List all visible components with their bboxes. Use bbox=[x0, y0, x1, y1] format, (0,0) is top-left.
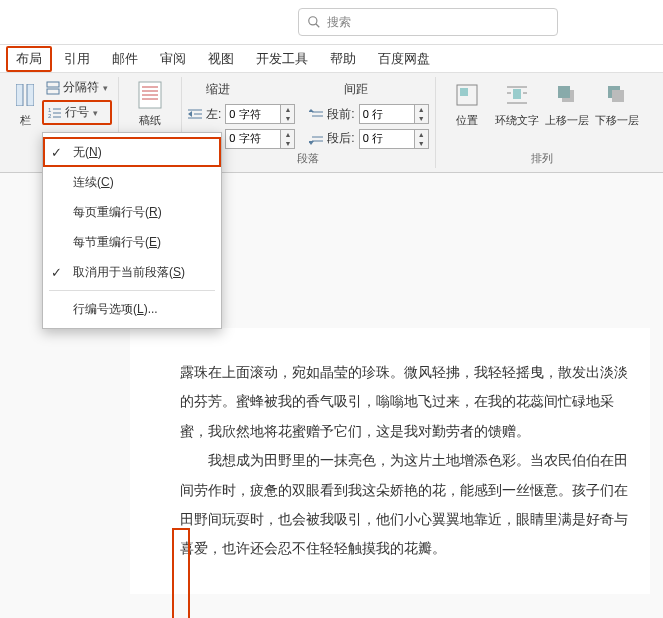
svg-marker-19 bbox=[188, 111, 192, 117]
dropdown-item-label: 取消用于当前段落(S) bbox=[73, 264, 185, 281]
search-icon bbox=[307, 15, 321, 29]
tab-layout[interactable]: 布局 bbox=[6, 46, 52, 72]
wrap-text-button[interactable]: 环绕文字 bbox=[492, 77, 542, 132]
dropdown-item-label: 行编号选项(L)... bbox=[73, 301, 158, 318]
spacing-after-input[interactable] bbox=[359, 129, 415, 149]
dropdown-separator bbox=[49, 290, 215, 291]
draft-paper-button[interactable]: 稿纸 bbox=[125, 77, 175, 132]
position-icon bbox=[453, 81, 481, 109]
dropdown-item-s[interactable]: ✓取消用于当前段落(S) bbox=[43, 257, 221, 287]
spacing-after-label: 段后: bbox=[327, 130, 354, 147]
spacing-before-icon bbox=[309, 108, 323, 120]
svg-text:2: 2 bbox=[48, 113, 52, 119]
svg-rect-31 bbox=[460, 88, 468, 96]
forward-label: 上移一层 bbox=[545, 113, 589, 128]
arrange-group-label: 排列 bbox=[442, 151, 642, 168]
spacing-after-icon bbox=[309, 133, 323, 145]
line-numbers-icon: 12 bbox=[48, 106, 62, 120]
dropdown-item-label: 每页重编行号(R) bbox=[73, 204, 162, 221]
line-numbers-label: 行号 bbox=[65, 104, 89, 121]
columns-button[interactable]: 栏 bbox=[12, 77, 38, 132]
indent-left-label: 左: bbox=[206, 106, 221, 123]
position-label: 位置 bbox=[456, 113, 478, 128]
spacing-header: 间距 bbox=[326, 81, 386, 98]
dropdown-item-label: 无(N) bbox=[73, 144, 102, 161]
spinner-buttons[interactable]: ▲▼ bbox=[415, 104, 429, 124]
spacing-before-label: 段前: bbox=[327, 106, 354, 123]
chevron-down-icon: ▾ bbox=[103, 83, 108, 93]
svg-rect-4 bbox=[47, 82, 59, 87]
search-box[interactable]: 搜索 bbox=[298, 8, 558, 36]
svg-rect-3 bbox=[27, 84, 34, 106]
send-backward-icon bbox=[603, 81, 631, 109]
indent-left-spinner[interactable]: ▲▼ bbox=[225, 104, 295, 124]
svg-rect-5 bbox=[47, 89, 59, 94]
spacing-after-spinner[interactable]: ▲▼ bbox=[359, 129, 429, 149]
paragraph-group-label: 段落 bbox=[188, 151, 429, 168]
svg-line-1 bbox=[316, 24, 320, 28]
breaks-icon bbox=[46, 81, 60, 95]
breaks-button[interactable]: 分隔符 ▾ bbox=[42, 77, 112, 98]
spacing-before-input[interactable] bbox=[359, 104, 415, 124]
tab-help[interactable]: 帮助 bbox=[320, 46, 366, 72]
svg-rect-38 bbox=[558, 86, 570, 98]
dropdown-item-label: 连续(C) bbox=[73, 174, 114, 191]
tab-view[interactable]: 视图 bbox=[198, 46, 244, 72]
check-icon: ✓ bbox=[51, 145, 62, 160]
spacing-before-spinner[interactable]: ▲▼ bbox=[359, 104, 429, 124]
title-bar: 搜索 bbox=[0, 0, 663, 45]
position-button[interactable]: 位置 bbox=[442, 77, 492, 132]
document-text: 露珠在上面滚动，宛如晶莹的珍珠。微风轻拂，我轻轻摇曳，散发出淡淡的芬芳。蜜蜂被我… bbox=[180, 358, 630, 564]
ribbon-group-arrange: 位置 环绕文字 上移一层 下移一层 排列 bbox=[436, 77, 648, 168]
spinner-buttons[interactable]: ▲▼ bbox=[281, 129, 295, 149]
svg-rect-2 bbox=[16, 84, 23, 106]
spinner-buttons[interactable]: ▲▼ bbox=[281, 104, 295, 124]
dropdown-item-label: 每节重编行号(E) bbox=[73, 234, 161, 251]
line-numbers-button[interactable]: 12 行号 ▾ bbox=[42, 100, 112, 125]
svg-point-0 bbox=[309, 17, 317, 25]
draft-paper-icon bbox=[136, 81, 164, 109]
tab-mailings[interactable]: 邮件 bbox=[102, 46, 148, 72]
tab-developer[interactable]: 开发工具 bbox=[246, 46, 318, 72]
dropdown-item-n[interactable]: ✓无(N) bbox=[43, 137, 221, 167]
svg-marker-22 bbox=[309, 109, 314, 112]
tab-review[interactable]: 审阅 bbox=[150, 46, 196, 72]
line-numbers-dropdown: ✓无(N)连续(C)每页重编行号(R)每节重编行号(E)✓取消用于当前段落(S)… bbox=[42, 132, 222, 329]
send-backward-button[interactable]: 下移一层 bbox=[592, 77, 642, 132]
check-icon: ✓ bbox=[51, 265, 62, 280]
tab-references[interactable]: 引用 bbox=[54, 46, 100, 72]
dropdown-item-c[interactable]: 连续(C) bbox=[43, 167, 221, 197]
dropdown-item-r[interactable]: 每页重编行号(R) bbox=[43, 197, 221, 227]
draft-label: 稿纸 bbox=[139, 113, 161, 128]
wrap-text-icon bbox=[503, 81, 531, 109]
indent-header: 缩进 bbox=[188, 81, 248, 98]
dropdown-item-e[interactable]: 每节重编行号(E) bbox=[43, 227, 221, 257]
wrap-label: 环绕文字 bbox=[495, 113, 539, 128]
indent-left-icon bbox=[188, 108, 202, 120]
columns-icon bbox=[11, 81, 39, 109]
svg-rect-40 bbox=[612, 90, 624, 102]
search-placeholder: 搜索 bbox=[327, 14, 351, 31]
indent-left-input[interactable] bbox=[225, 104, 281, 124]
breaks-label: 分隔符 bbox=[63, 79, 99, 96]
paragraph-1: 露珠在上面滚动，宛如晶莹的珍珠。微风轻拂，我轻轻摇曳，散发出淡淡的芬芳。蜜蜂被我… bbox=[180, 358, 630, 446]
dropdown-item-l[interactable]: 行编号选项(L)... bbox=[43, 294, 221, 324]
backward-label: 下移一层 bbox=[595, 113, 639, 128]
indent-right-spinner[interactable]: ▲▼ bbox=[225, 129, 295, 149]
svg-marker-29 bbox=[309, 141, 314, 145]
bring-forward-button[interactable]: 上移一层 bbox=[542, 77, 592, 132]
menu-bar: 布局 引用 邮件 审阅 视图 开发工具 帮助 百度网盘 bbox=[0, 45, 663, 73]
indent-right-input[interactable] bbox=[225, 129, 281, 149]
paragraph-2: 我想成为田野里的一抹亮色，为这片土地增添色彩。当农民伯伯在田间劳作时，疲惫的双眼… bbox=[180, 446, 630, 564]
columns-label: 栏 bbox=[20, 113, 31, 128]
tab-baidu[interactable]: 百度网盘 bbox=[368, 46, 440, 72]
bring-forward-icon bbox=[553, 81, 581, 109]
spinner-buttons[interactable]: ▲▼ bbox=[415, 129, 429, 149]
svg-rect-32 bbox=[513, 89, 521, 99]
highlight-box bbox=[172, 528, 190, 618]
document-page[interactable]: 露珠在上面滚动，宛如晶莹的珍珠。微风轻拂，我轻轻摇曳，散发出淡淡的芬芳。蜜蜂被我… bbox=[130, 328, 650, 594]
chevron-down-icon: ▾ bbox=[93, 108, 98, 118]
